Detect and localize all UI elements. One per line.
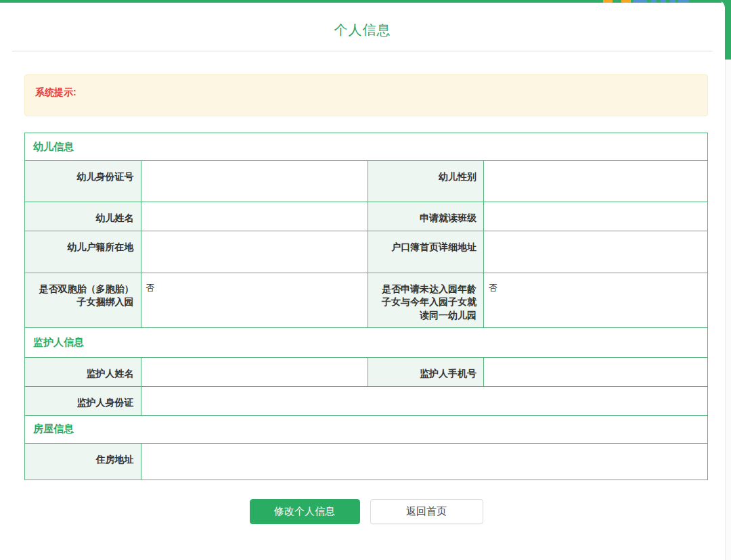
decor-dash-orange bbox=[621, 0, 631, 3]
alert-label: 系统提示: bbox=[35, 87, 76, 97]
page-header: 个人信息 bbox=[12, 0, 713, 51]
section-title: 房屋信息 bbox=[25, 415, 708, 443]
decor-dash-blue bbox=[670, 0, 675, 3]
back-home-button[interactable]: 返回首页 bbox=[370, 499, 483, 524]
field-label: 户口簿首页详细地址 bbox=[368, 231, 484, 273]
decor-dash-blue bbox=[661, 0, 666, 3]
field-value: 否 bbox=[141, 273, 368, 328]
button-row: 修改个人信息 返回首页 bbox=[24, 499, 708, 560]
table-row: 监护人姓名 监护人手机号 bbox=[25, 358, 708, 387]
section-header-row: 房屋信息 bbox=[25, 415, 708, 443]
scrollbar-rail[interactable] bbox=[725, 0, 731, 560]
field-label: 幼儿姓名 bbox=[25, 202, 141, 231]
decor-dash-blue bbox=[651, 0, 657, 3]
field-value: 否 bbox=[484, 273, 708, 328]
table-row: 幼儿户籍所在地 户口簿首页详细地址 bbox=[25, 231, 708, 273]
field-value bbox=[484, 202, 708, 231]
section-title: 监护人信息 bbox=[25, 328, 708, 358]
section-header-row: 幼儿信息 bbox=[25, 133, 708, 161]
field-label: 监护人身份证 bbox=[25, 386, 141, 415]
section-title: 幼儿信息 bbox=[25, 133, 708, 161]
field-label: 监护人姓名 bbox=[25, 358, 141, 387]
decor-dash-blue bbox=[634, 0, 647, 3]
field-label: 幼儿户籍所在地 bbox=[25, 231, 141, 273]
field-value bbox=[484, 358, 708, 387]
field-label: 幼儿身份证号 bbox=[25, 161, 141, 202]
page-title: 个人信息 bbox=[334, 21, 391, 39]
table-row: 幼儿身份证号 幼儿性别 bbox=[25, 161, 708, 202]
info-table: 幼儿信息 幼儿身份证号 幼儿性别 幼儿姓名 申请就读班级 幼儿户籍所在地 bbox=[24, 133, 708, 480]
table-row: 监护人身份证 bbox=[25, 386, 708, 415]
table-row: 住房地址 bbox=[25, 443, 708, 480]
content-card: 个人信息 系统提示: 幼儿信息 幼儿身份证号 幼儿性别 bbox=[0, 0, 725, 560]
edit-profile-button[interactable]: 修改个人信息 bbox=[250, 499, 360, 524]
system-alert: 系统提示: bbox=[24, 74, 708, 116]
field-value bbox=[141, 386, 707, 415]
field-label: 是否申请未达入园年龄子女与今年入园子女就读同一幼儿园 bbox=[368, 273, 484, 328]
main-container: 系统提示: 幼儿信息 幼儿身份证号 幼儿性别 幼儿姓名 bbox=[24, 74, 708, 560]
field-value bbox=[141, 231, 368, 273]
field-label: 是否双胞胎（多胞胎）子女捆绑入园 bbox=[25, 273, 141, 328]
section-header-row: 监护人信息 bbox=[25, 328, 708, 358]
field-value bbox=[484, 161, 708, 202]
field-label: 住房地址 bbox=[25, 443, 141, 480]
field-value bbox=[141, 358, 368, 387]
field-label: 幼儿性别 bbox=[368, 161, 484, 202]
field-value bbox=[141, 443, 707, 480]
table-row: 是否双胞胎（多胞胎）子女捆绑入园 否 是否申请未达入园年龄子女与今年入园子女就读… bbox=[25, 273, 708, 328]
field-value bbox=[141, 161, 368, 202]
field-value bbox=[484, 231, 708, 273]
field-label: 申请就读班级 bbox=[368, 202, 484, 231]
decor-dash-orange bbox=[603, 0, 613, 3]
field-value bbox=[141, 202, 368, 231]
field-label: 监护人手机号 bbox=[368, 358, 484, 387]
decor-dash-blue bbox=[678, 0, 689, 3]
table-row: 幼儿姓名 申请就读班级 bbox=[25, 202, 708, 231]
top-decor-bar bbox=[0, 0, 722, 3]
